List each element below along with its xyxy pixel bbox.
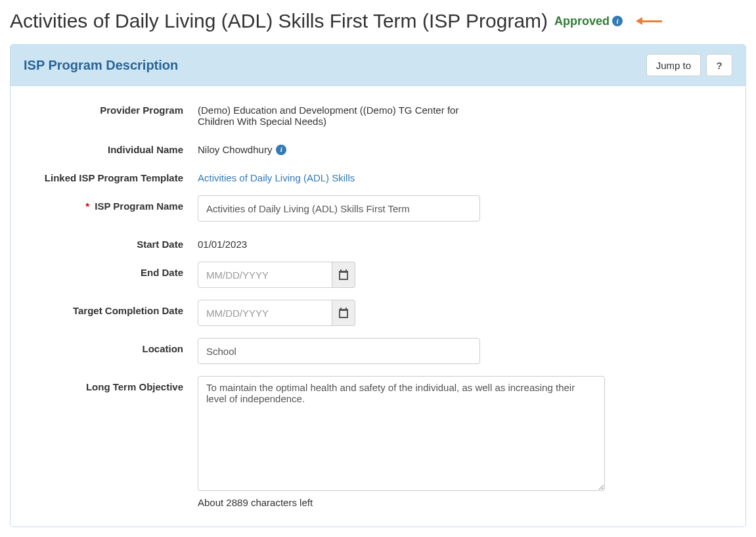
program-name-input[interactable] [198,195,480,222]
row-long-term-objective: Long Term Objective About 2889 character… [24,376,732,508]
page-header: Activities of Daily Living (ADL) Skills … [10,10,746,32]
help-button[interactable]: ? [706,54,732,76]
value-linked-template: Activities of Daily Living (ADL) Skills [198,167,605,183]
target-completion-calendar-button[interactable] [332,300,355,326]
value-long-term-objective: About 2889 characters left [198,376,605,508]
linked-template-link[interactable]: Activities of Daily Living (ADL) Skills [198,172,355,183]
label-program-name-text: ISP Program Name [95,200,183,212]
panel-heading: ISP Program Description Jump to ? [11,45,745,86]
calendar-icon [338,269,349,280]
label-linked-template: Linked ISP Program Template [24,167,198,183]
row-provider-program: Provider Program (Demo) Education and De… [24,99,732,127]
info-icon[interactable]: i [612,16,623,26]
label-end-date: End Date [24,262,198,278]
location-input[interactable] [198,338,480,364]
row-linked-template: Linked ISP Program Template Activities o… [24,167,732,183]
label-location: Location [24,338,198,354]
row-location: Location [24,338,732,364]
value-start-date: 01/01/2023 [198,233,605,250]
label-individual-name: Individual Name [24,139,198,155]
label-target-completion: Target Completion Date [24,300,198,316]
page-title: Activities of Daily Living (ADL) Skills … [10,10,548,32]
target-completion-input-group [198,300,355,326]
value-program-name [198,195,605,222]
label-provider-program: Provider Program [24,99,198,116]
value-location [198,338,605,364]
long-term-objective-textarea[interactable] [198,376,605,491]
value-end-date [198,262,605,288]
row-target-completion: Target Completion Date [24,300,732,326]
row-program-name: * ISP Program Name [24,195,732,222]
label-start-date: Start Date [24,233,198,250]
arrow-icon [636,18,662,24]
row-start-date: Start Date 01/01/2023 [24,233,732,250]
value-individual-name: Niloy Chowdhury i [198,139,605,155]
status-badge: Approved i [554,14,623,28]
required-mark: * [85,200,89,212]
jump-to-button[interactable]: Jump to [646,54,701,76]
end-date-calendar-button[interactable] [332,262,355,288]
value-target-completion [198,300,605,326]
row-individual-name: Individual Name Niloy Chowdhury i [24,139,732,155]
info-icon[interactable]: i [276,145,286,155]
isp-description-panel: ISP Program Description Jump to ? Provid… [10,44,746,527]
value-provider-program: (Demo) Education and Development ((Demo)… [198,99,480,127]
end-date-input-group [198,262,355,288]
individual-name-text: Niloy Chowdhury [198,144,272,155]
label-long-term-objective: Long Term Objective [24,376,198,392]
panel-title: ISP Program Description [24,58,178,73]
label-program-name: * ISP Program Name [24,195,198,212]
panel-actions: Jump to ? [646,54,732,76]
status-text: Approved [554,14,610,28]
target-completion-input[interactable] [198,300,332,326]
panel-body: Provider Program (Demo) Education and De… [11,86,745,526]
calendar-icon [338,308,349,318]
row-end-date: End Date [24,262,732,288]
end-date-input[interactable] [198,262,332,288]
char-count-text: About 2889 characters left [198,497,605,508]
